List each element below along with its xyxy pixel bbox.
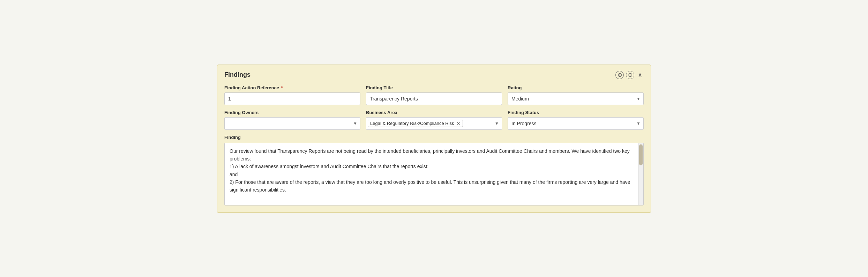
findings-title: Findings bbox=[224, 71, 250, 78]
finding-action-ref-label: Finding Action Reference * bbox=[224, 85, 360, 90]
business-area-tag: Legal & Regulatory Risk/Compliance Risk … bbox=[368, 120, 463, 127]
add-icon: ⊕ bbox=[618, 72, 622, 78]
findings-header: Findings ⊕ ⊖ ∧ bbox=[224, 70, 644, 80]
business-area-tag-text: Legal & Regulatory Risk/Compliance Risk bbox=[370, 121, 454, 126]
findings-panel: Findings ⊕ ⊖ ∧ Finding Action Reference … bbox=[217, 65, 651, 213]
finding-section: Finding Our review found that Transparen… bbox=[224, 135, 644, 205]
remove-finding-button[interactable]: ⊖ bbox=[626, 71, 634, 79]
finding-owners-field: Finding Owners ▼ bbox=[224, 110, 360, 130]
finding-title-field: Finding Title bbox=[366, 85, 502, 105]
finding-textarea[interactable]: Our review found that Transparency Repor… bbox=[225, 143, 638, 205]
scrollbar-thumb[interactable] bbox=[639, 144, 643, 165]
finding-action-ref-field: Finding Action Reference * bbox=[224, 85, 360, 105]
add-finding-button[interactable]: ⊕ bbox=[615, 71, 624, 79]
collapse-button[interactable]: ∧ bbox=[636, 70, 644, 80]
chevron-up-icon: ∧ bbox=[638, 72, 642, 78]
finding-status-field: Finding Status In Progress Completed Not… bbox=[508, 110, 644, 130]
rating-label: Rating bbox=[508, 85, 644, 90]
finding-status-select[interactable]: In Progress Completed Not Started bbox=[508, 118, 643, 129]
business-area-multiselect[interactable]: Legal & Regulatory Risk/Compliance Risk … bbox=[366, 117, 502, 130]
business-area-field: Business Area Legal & Regulatory Risk/Co… bbox=[366, 110, 502, 130]
business-area-label: Business Area bbox=[366, 110, 502, 115]
rating-select-wrapper: Medium Low High ▼ bbox=[508, 92, 644, 105]
header-controls: ⊕ ⊖ ∧ bbox=[615, 70, 644, 80]
finding-textarea-wrapper: Our review found that Transparency Repor… bbox=[224, 143, 644, 205]
finding-action-ref-input[interactable] bbox=[224, 92, 360, 105]
finding-status-select-wrapper: In Progress Completed Not Started ▼ bbox=[508, 117, 644, 130]
business-area-tag-remove[interactable]: ✕ bbox=[456, 121, 461, 126]
finding-status-label: Finding Status bbox=[508, 110, 644, 115]
form-row-1: Finding Action Reference * Finding Title… bbox=[224, 85, 644, 105]
finding-owners-label: Finding Owners bbox=[224, 110, 360, 115]
required-indicator: * bbox=[280, 85, 283, 90]
remove-icon: ⊖ bbox=[628, 72, 633, 78]
business-area-chevron-icon: ▼ bbox=[495, 121, 499, 126]
rating-field: Rating Medium Low High ▼ bbox=[508, 85, 644, 105]
rating-select[interactable]: Medium Low High bbox=[508, 93, 643, 105]
form-row-2: Finding Owners ▼ Business Area Legal & R… bbox=[224, 110, 644, 130]
scrollbar-track bbox=[638, 143, 643, 205]
finding-title-input[interactable] bbox=[366, 92, 502, 105]
finding-owners-select[interactable] bbox=[225, 118, 360, 129]
finding-owners-select-wrapper: ▼ bbox=[224, 117, 360, 130]
finding-section-label: Finding bbox=[224, 135, 644, 140]
finding-title-label: Finding Title bbox=[366, 85, 502, 90]
